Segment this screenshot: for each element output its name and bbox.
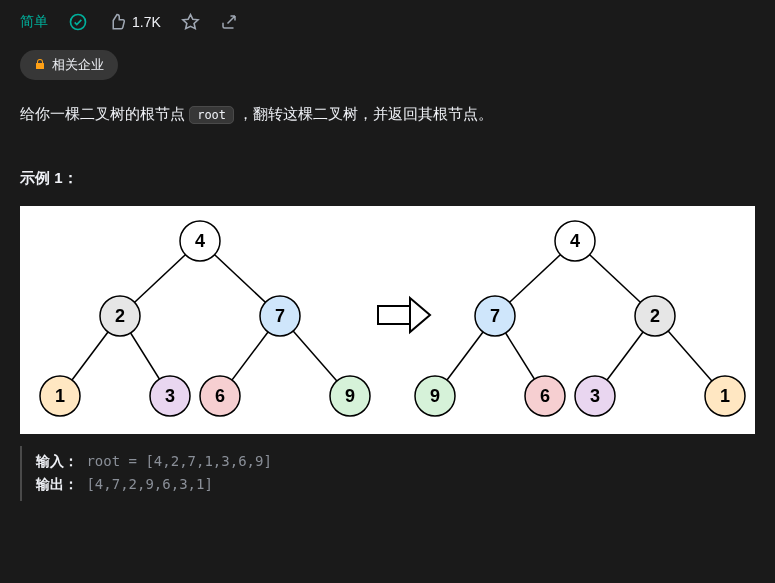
- example-output-row: 输出： [4,7,2,9,6,3,1]: [36, 473, 755, 497]
- company-tag-label: 相关企业: [52, 56, 104, 74]
- svg-text:9: 9: [345, 386, 355, 406]
- svg-text:1: 1: [720, 386, 730, 406]
- problem-inline-code: root: [189, 106, 234, 124]
- problem-topbar: 简单 1.7K: [20, 12, 755, 32]
- example-output-value: [4,7,2,9,6,3,1]: [86, 476, 212, 492]
- difficulty-label: 简单: [20, 13, 48, 31]
- svg-text:2: 2: [650, 306, 660, 326]
- svg-text:2: 2: [115, 306, 125, 326]
- example-input-row: 输入： root = [4,2,7,1,3,6,9]: [36, 450, 755, 474]
- example-input-value: root = [4,2,7,1,3,6,9]: [86, 453, 271, 469]
- svg-text:6: 6: [540, 386, 550, 406]
- svg-text:9: 9: [430, 386, 440, 406]
- svg-text:1: 1: [55, 386, 65, 406]
- example-heading: 示例 1：: [20, 169, 755, 188]
- problem-description: 给你一棵二叉树的根节点 root ，翻转这棵二叉树，并返回其根节点。: [20, 100, 755, 129]
- problem-text-before: 给你一棵二叉树的根节点: [20, 105, 189, 122]
- svg-text:6: 6: [215, 386, 225, 406]
- svg-text:4: 4: [195, 231, 205, 251]
- problem-text-after: ，翻转这棵二叉树，并返回其根节点。: [238, 105, 493, 122]
- share-button[interactable]: [220, 13, 238, 31]
- svg-text:3: 3: [590, 386, 600, 406]
- svg-point-0: [71, 15, 86, 30]
- example-input-label: 输入：: [36, 453, 78, 469]
- svg-text:7: 7: [275, 306, 285, 326]
- favorite-button[interactable]: [181, 13, 200, 32]
- example-output-label: 输出：: [36, 476, 78, 492]
- example-io-block: 输入： root = [4,2,7,1,3,6,9] 输出： [4,7,2,9,…: [20, 446, 755, 502]
- like-button[interactable]: 1.7K: [108, 13, 161, 31]
- company-tag[interactable]: 相关企业: [20, 50, 118, 80]
- svg-text:3: 3: [165, 386, 175, 406]
- tree-diagram: 4 2 7 1 3 6 9 4 7 2 9 6 3 1: [20, 206, 755, 434]
- solved-check-icon[interactable]: [68, 12, 88, 32]
- lock-icon: [34, 58, 46, 73]
- svg-text:7: 7: [490, 306, 500, 326]
- like-count: 1.7K: [132, 14, 161, 30]
- svg-text:4: 4: [570, 231, 580, 251]
